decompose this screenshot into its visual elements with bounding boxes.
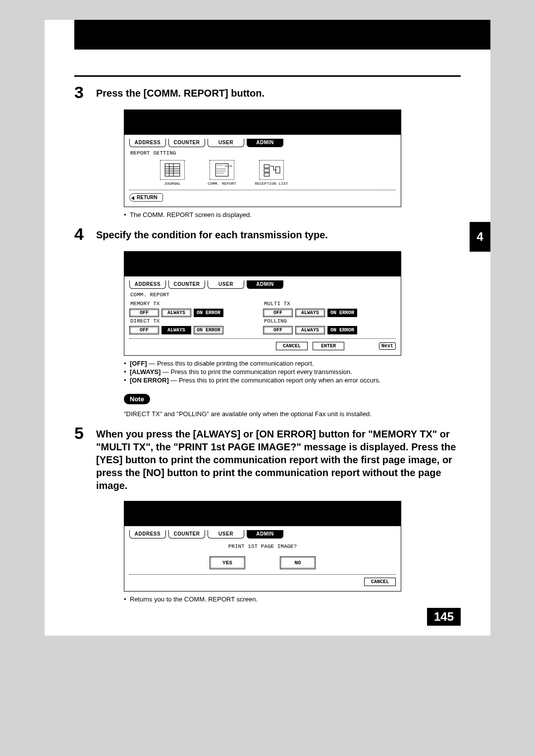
svg-rect-0 — [165, 163, 180, 176]
svg-rect-12 — [264, 164, 269, 167]
multi-tx-label: MULTI TX — [264, 301, 367, 307]
no-button[interactable]: NO — [280, 556, 316, 569]
tab-counter[interactable]: COUNTER — [168, 139, 205, 147]
note-badge: Note — [124, 394, 150, 404]
return-button[interactable]: RETURN — [129, 193, 163, 202]
tab-address[interactable]: ADDRESS — [129, 530, 166, 539]
next-button[interactable]: Next — [379, 342, 396, 350]
enter-button[interactable]: ENTER — [313, 342, 344, 350]
chapter-tab: 4 — [470, 222, 490, 252]
tab-user[interactable]: USER — [208, 280, 244, 289]
svg-text:**** 12:31: **** 12:31 — [216, 165, 232, 168]
lcd-screen-print-confirm: ADDRESS COUNTER USER ADMIN PRINT 1ST PAG… — [124, 501, 401, 592]
journal-button[interactable]: JOURNAL — [154, 160, 191, 186]
direct-tx-onerror-button[interactable]: ON ERROR — [194, 326, 223, 334]
memory-tx-always-button[interactable]: ALWAYS — [161, 309, 191, 317]
section-rule — [74, 75, 461, 77]
step-number: 5 — [74, 425, 89, 441]
lcd-title: COMM. REPORT — [130, 292, 396, 298]
polling-label: POLLING — [264, 318, 367, 324]
memory-tx-off-button[interactable]: OFF — [129, 309, 159, 317]
multi-tx-off-button[interactable]: OFF — [263, 309, 293, 317]
svg-rect-13 — [264, 169, 269, 172]
cancel-button[interactable]: CANCEL — [276, 342, 308, 350]
step-3: 3 Press the [COMM. REPORT] button. — [74, 84, 461, 101]
step-4: 4 Specify the condition for each transmi… — [74, 225, 461, 242]
step-title: When you press the [ALWAYS] or [ON ERROR… — [96, 425, 461, 492]
step-number: 4 — [74, 225, 89, 242]
memory-tx-onerror-button[interactable]: ON ERROR — [194, 309, 223, 317]
step-title: Press the [COMM. REPORT] button. — [96, 84, 265, 100]
multi-tx-always-button[interactable]: ALWAYS — [295, 309, 325, 317]
list-item: [OFF] — Press this to disable printing t… — [124, 360, 461, 367]
tab-user[interactable]: USER — [208, 139, 244, 147]
list-item: [ALWAYS] — Press this to print the commu… — [124, 368, 461, 376]
tab-address[interactable]: ADDRESS — [129, 280, 166, 289]
lcd-statusbar — [124, 501, 401, 526]
reception-list-icon — [261, 162, 282, 178]
list-item: The COMM. REPORT screen is displayed. — [124, 211, 461, 218]
step-number: 3 — [74, 84, 89, 101]
cancel-button[interactable]: CANCEL — [364, 578, 396, 586]
lcd-screen-comm-report: ADDRESS COUNTER USER ADMIN COMM. REPORT … — [124, 251, 401, 356]
direct-tx-off-button[interactable]: OFF — [129, 326, 159, 334]
polling-always-button[interactable]: ALWAYS — [295, 326, 325, 334]
svg-rect-14 — [264, 173, 269, 176]
note-text: "DIRECT TX" and "POLLING" are available … — [124, 410, 461, 418]
comm-report-icon: **** 12:31 — [211, 162, 233, 178]
page-number: 145 — [427, 608, 461, 626]
confirm-message: PRINT 1ST PAGE IMAGE? — [129, 543, 396, 549]
tab-admin[interactable]: ADMIN — [247, 139, 283, 147]
lcd-statusbar — [124, 252, 401, 276]
direct-tx-label: DIRECT TX — [130, 318, 233, 324]
step-5-notes: Returns you to the COMM. REPORT screen. — [124, 595, 461, 603]
lcd-statusbar — [124, 110, 401, 135]
tab-admin[interactable]: ADMIN — [247, 280, 283, 289]
yes-button[interactable]: YES — [210, 556, 245, 569]
tab-admin[interactable]: ADMIN — [247, 530, 283, 539]
comm-report-button[interactable]: **** 12:31 COMM. REPORT — [204, 160, 240, 186]
multi-tx-onerror-button[interactable]: ON ERROR — [327, 309, 357, 317]
lcd-screen-report-setting: ADDRESS COUNTER USER ADMIN REPORT SETTIN… — [124, 109, 401, 207]
memory-tx-label: MEMORY TX — [130, 301, 233, 307]
step-title: Specify the condition for each transmiss… — [96, 225, 328, 241]
tab-address[interactable]: ADDRESS — [129, 139, 166, 147]
tab-counter[interactable]: COUNTER — [168, 280, 205, 289]
step-4-notes: [OFF] — Press this to disable printing t… — [124, 360, 461, 384]
polling-off-button[interactable]: OFF — [263, 326, 293, 334]
direct-tx-always-button[interactable]: ALWAYS — [161, 326, 191, 334]
tab-counter[interactable]: COUNTER — [168, 530, 205, 539]
header-blackbar — [74, 20, 490, 50]
list-item: Returns you to the COMM. REPORT screen. — [124, 595, 461, 603]
journal-icon — [161, 162, 183, 178]
reception-list-button[interactable]: RECEPTION LIST — [253, 160, 290, 186]
list-item: [ON ERROR] — Press this to print the com… — [124, 377, 461, 384]
lcd-title: REPORT SETTING — [130, 150, 396, 156]
tab-user[interactable]: USER — [208, 530, 244, 539]
polling-onerror-button[interactable]: ON ERROR — [327, 326, 357, 334]
step-5: 5 When you press the [ALWAYS] or [ON ERR… — [74, 425, 461, 492]
step-3-notes: The COMM. REPORT screen is displayed. — [124, 211, 461, 218]
